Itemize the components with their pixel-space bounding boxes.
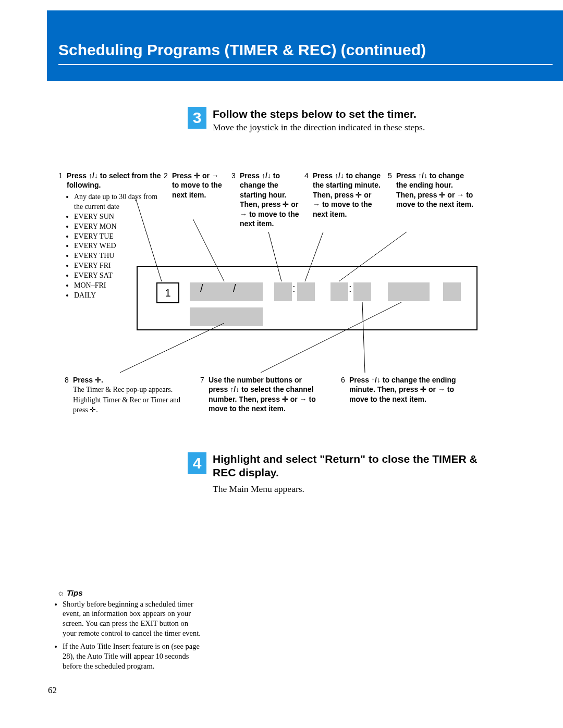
end-minute-field <box>353 282 371 301</box>
page-number: 62 <box>48 685 57 696</box>
step-3-number: 3 <box>188 107 206 129</box>
callout-2: 2 Press ✛ or → to move to the next item. <box>172 171 224 200</box>
list-item: Shortly before beginning a scheduled tim… <box>63 599 203 638</box>
step-4-subtitle: The Main Menu appears. <box>213 484 304 495</box>
page-title: Scheduling Programs (TIMER & REC) (conti… <box>58 41 426 59</box>
callout-7-bold: Use the number buttons or press ↑/↓ to s… <box>209 376 316 413</box>
lower-field <box>190 307 263 326</box>
timer-display: 1 / / : : <box>137 266 478 330</box>
callout-4-num: 4 <box>304 171 309 180</box>
callout-8-body2: Highlight Timer & Rec or Timer and press… <box>73 396 180 414</box>
callout-5-bold: Press ↑/↓ to change the ending hour. The… <box>396 171 473 208</box>
list-item: EVERY THU <box>74 251 163 261</box>
step-3-subtitle: Move the joystick in the direction indic… <box>213 122 425 133</box>
callout-6: 6 Press ↑/↓ to change the ending minute.… <box>349 375 464 404</box>
tips-section: ☼ Tips Shortly before beginning a schedu… <box>57 588 203 674</box>
tips-heading: ☼ Tips <box>57 588 203 598</box>
list-item: If the Auto Title Insert feature is on (… <box>63 641 203 671</box>
index-field: 1 <box>156 282 179 303</box>
header-rule <box>58 64 553 65</box>
callout-8-num: 8 <box>65 375 69 385</box>
start-minute-field <box>297 282 315 301</box>
callout-3-num: 3 <box>231 171 236 180</box>
callout-7-num: 7 <box>200 375 204 385</box>
step-4-number: 4 <box>188 452 206 474</box>
callout-8: 8 Press ✛. The Timer & Rec pop-up appear… <box>73 375 188 415</box>
callout-3-bold: Press ↑/↓ to change the starting hour. T… <box>240 171 299 228</box>
callout-2-num: 2 <box>164 171 168 180</box>
callout-4-bold: Press ↑/↓ to change the starting minute.… <box>313 171 381 218</box>
callout-6-bold: Press ↑/↓ to change the ending minute. T… <box>349 376 456 403</box>
colon-2: : <box>349 282 352 294</box>
channel-field <box>388 282 430 301</box>
tips-heading-text: Tips <box>67 588 83 597</box>
svg-line-7 <box>120 323 224 373</box>
timer-rec-field <box>443 282 461 301</box>
step-4-title: Highlight and select "Return" to close t… <box>213 452 494 480</box>
list-item: Any date up to 30 days from the current … <box>74 192 163 212</box>
manual-page: Scheduling Programs (TIMER & REC) (conti… <box>0 0 563 728</box>
tips-list: Shortly before beginning a scheduled tim… <box>57 599 203 671</box>
list-item: EVERY TUE <box>74 232 163 242</box>
list-item: EVERY WED <box>74 241 163 251</box>
date-slashes: / / <box>200 282 250 294</box>
callout-1-num: 1 <box>58 171 63 180</box>
callout-3: 3 Press ↑/↓ to change the starting hour.… <box>240 171 302 229</box>
callout-7: 7 Use the number buttons or press ↑/↓ to… <box>209 375 323 414</box>
callout-8-bold: Press ✛. <box>73 376 103 384</box>
callout-4: 4 Press ↑/↓ to change the starting minut… <box>313 171 381 219</box>
list-item: EVERY MON <box>74 222 163 232</box>
colon-1: : <box>292 282 296 294</box>
page-header: Scheduling Programs (TIMER & REC) (conti… <box>47 10 563 81</box>
start-hour-field <box>274 282 292 301</box>
callout-1-bold: Press ↑/↓ to select from the following. <box>67 171 161 189</box>
lightbulb-icon: ☼ <box>57 588 67 597</box>
step-3-title: Follow the steps below to set the timer. <box>213 108 417 120</box>
callout-6-num: 6 <box>341 375 345 385</box>
callout-5-num: 5 <box>388 171 392 180</box>
end-hour-field <box>331 282 348 301</box>
callout-2-bold: Press ✛ or → to move to the next item. <box>172 171 222 199</box>
callout-5: 5 Press ↑/↓ to change the ending hour. T… <box>396 171 474 209</box>
callout-8-body1: The Timer & Rec pop-up appears. <box>73 386 173 393</box>
list-item: EVERY SUN <box>74 212 163 222</box>
